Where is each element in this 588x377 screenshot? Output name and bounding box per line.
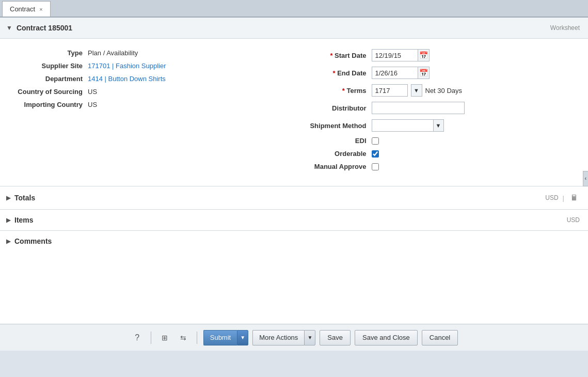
edi-checkbox[interactable]: [372, 137, 379, 145]
contract-tab[interactable]: Contract ×: [2, 1, 51, 17]
country-sourcing-label: Country of Sourcing: [5, 88, 88, 96]
items-section-title-group: ▶ Items: [6, 216, 34, 224]
orderable-field-row: Orderable: [299, 150, 583, 158]
terms-description: Net 30 Days: [425, 87, 463, 95]
save-and-close-button[interactable]: Save and Close: [355, 330, 418, 345]
submit-button[interactable]: Submit: [203, 330, 237, 345]
submit-dropdown-arrow[interactable]: ▼: [237, 330, 248, 345]
copy-button[interactable]: ⊞: [157, 331, 172, 345]
worksheet-link[interactable]: Worksheet: [550, 24, 580, 32]
totals-collapse-icon: ▶: [6, 195, 10, 201]
totals-currency: USD: [545, 194, 558, 201]
importing-country-field-row: Importing Country US: [5, 101, 289, 108]
content-spacer: [0, 252, 588, 324]
shipment-method-field-row: Shipment Method ▼: [299, 119, 583, 132]
contract-section-title: Contract 185001: [17, 24, 72, 32]
terms-input-group: ▼ Net 30 Days: [372, 84, 463, 97]
totals-calculator-icon[interactable]: 🖩: [568, 193, 580, 203]
shipment-method-dropdown-btn[interactable]: ▼: [434, 119, 444, 132]
end-date-calendar-icon[interactable]: 📅: [418, 67, 430, 79]
tab-close-icon[interactable]: ×: [39, 6, 42, 12]
contract-section-title-group: ▼ Contract 185001: [6, 24, 72, 32]
contract-collapse-icon[interactable]: ▼: [6, 24, 12, 32]
items-currency: USD: [567, 216, 580, 224]
manual-approve-field-row: Manual Approve: [299, 163, 583, 170]
supplier-site-value[interactable]: 171701 | Fashion Supplier: [88, 62, 166, 70]
more-actions-button[interactable]: More Actions: [252, 330, 304, 345]
link-button[interactable]: ⇆: [176, 331, 190, 345]
comments-section-header[interactable]: ▶ Comments: [0, 231, 588, 252]
edi-field-row: EDI: [299, 137, 583, 145]
items-label: Items: [14, 216, 34, 224]
supplier-site-label: Supplier Site: [5, 62, 88, 70]
form-right-column: Start Date 📅 End Date 📅 Terms ▼ Net 30 D…: [289, 49, 583, 176]
copy-icon: ⊞: [162, 334, 168, 342]
importing-country-label: Importing Country: [5, 101, 88, 108]
orderable-checkbox[interactable]: [372, 150, 379, 158]
items-section-header[interactable]: ▶ Items USD: [0, 210, 588, 230]
side-handle[interactable]: ‹: [583, 171, 588, 186]
manual-approve-label: Manual Approve: [299, 163, 372, 170]
terms-dropdown-btn[interactable]: ▼: [411, 84, 422, 97]
totals-right-group: USD | 🖩: [545, 193, 580, 203]
submit-split-button: Submit ▼: [203, 330, 248, 345]
comments-section: ▶ Comments: [0, 230, 588, 252]
distributor-input[interactable]: [372, 102, 465, 114]
distributor-label: Distributor: [299, 104, 372, 112]
help-button[interactable]: ?: [130, 331, 145, 345]
contract-section-header: ▼ Contract 185001 Worksheet: [0, 18, 588, 39]
country-sourcing-value: US: [88, 88, 97, 96]
more-actions-dropdown-arrow[interactable]: ▼: [304, 330, 315, 345]
totals-section-title-group: ▶ Totals: [6, 194, 35, 202]
items-collapse-icon: ▶: [6, 217, 10, 224]
terms-label: Terms: [299, 87, 372, 95]
footer-bar: ? ⊞ ⇆ Submit ▼ More Actions ▼ Save Save …: [0, 324, 588, 351]
link-icon: ⇆: [180, 334, 186, 342]
supplier-site-field-row: Supplier Site 171701 | Fashion Supplier: [5, 62, 289, 70]
comments-label: Comments: [14, 237, 52, 245]
more-actions-split-button: More Actions ▼: [252, 330, 315, 345]
end-date-field-row: End Date 📅: [299, 67, 583, 79]
department-value[interactable]: 1414 | Button Down Shirts: [88, 75, 166, 83]
start-date-field-row: Start Date 📅: [299, 49, 583, 61]
help-icon: ?: [135, 333, 139, 342]
manual-approve-checkbox[interactable]: [372, 163, 379, 170]
terms-field-row: Terms ▼ Net 30 Days: [299, 84, 583, 97]
comments-collapse-icon: ▶: [6, 238, 10, 245]
shipment-method-label: Shipment Method: [299, 122, 372, 130]
distributor-field-row: Distributor: [299, 102, 583, 114]
main-content: ▼ Contract 185001 Worksheet Type Plan / …: [0, 18, 588, 324]
tab-label: Contract: [10, 5, 35, 13]
save-button[interactable]: Save: [320, 330, 351, 345]
shipment-method-input-group: ▼: [372, 119, 444, 132]
start-date-label: Start Date: [299, 52, 372, 59]
department-label: Department: [5, 75, 88, 83]
type-value: Plan / Availability: [88, 49, 138, 57]
totals-section-header[interactable]: ▶ Totals USD | 🖩: [0, 186, 588, 209]
tab-bar: Contract ×: [0, 0, 588, 18]
type-field-row: Type Plan / Availability: [5, 49, 289, 57]
start-date-calendar-icon[interactable]: 📅: [418, 49, 430, 61]
start-date-input[interactable]: [372, 49, 418, 61]
edi-label: EDI: [299, 137, 372, 145]
type-label: Type: [5, 49, 88, 57]
department-field-row: Department 1414 | Button Down Shirts: [5, 75, 289, 83]
items-section: ▶ Items USD: [0, 209, 588, 230]
country-sourcing-field-row: Country of Sourcing US: [5, 88, 289, 96]
cancel-button[interactable]: Cancel: [422, 330, 458, 345]
end-date-label: End Date: [299, 69, 372, 77]
comments-section-title-group: ▶ Comments: [6, 237, 52, 245]
end-date-input[interactable]: [372, 67, 418, 79]
importing-country-value: US: [88, 101, 97, 108]
form-area: Type Plan / Availability Supplier Site 1…: [0, 39, 588, 186]
orderable-label: Orderable: [299, 150, 372, 158]
totals-label: Totals: [14, 194, 35, 202]
shipment-method-input[interactable]: [372, 119, 434, 132]
footer-separator-1: [151, 332, 151, 344]
totals-section: ▶ Totals USD | 🖩: [0, 186, 588, 209]
form-left-column: Type Plan / Availability Supplier Site 1…: [5, 49, 289, 176]
terms-input[interactable]: [372, 84, 408, 97]
footer-separator-2: [197, 332, 197, 344]
